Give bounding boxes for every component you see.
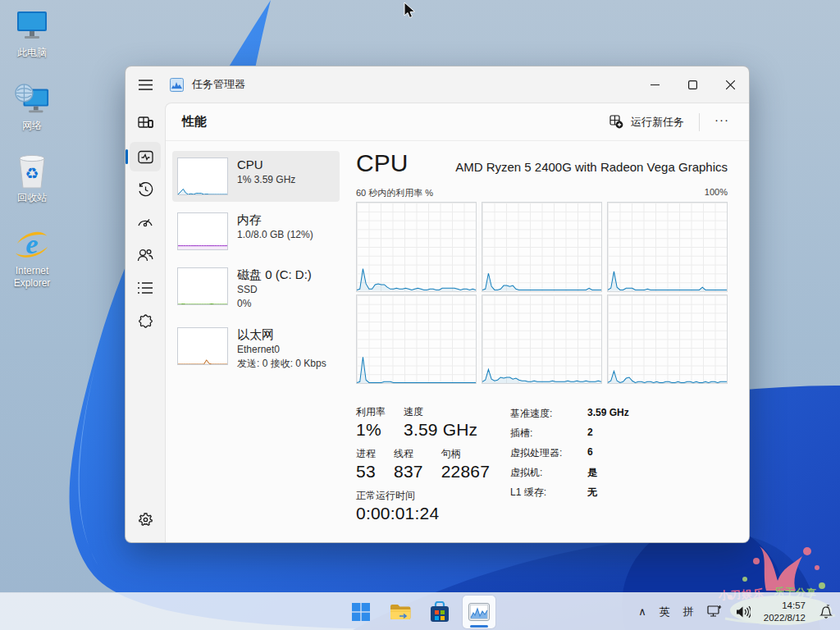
cpu-core-graph-5[interactable] <box>482 294 602 385</box>
more-options-button[interactable]: ··· <box>706 111 737 133</box>
taskbar-task-manager-button[interactable] <box>463 596 495 628</box>
perf-item-sub: Ethernet0 <box>237 343 326 357</box>
sidebar-item-users[interactable] <box>130 240 161 270</box>
this-pc-icon <box>14 8 50 44</box>
chart-label-right: 100% <box>705 187 728 199</box>
svg-text:♻: ♻ <box>25 165 39 182</box>
perf-item-sub: 1.0/8.0 GB (12%) <box>237 228 313 242</box>
cpu-core-graph-2[interactable] <box>482 202 602 292</box>
app-history-icon <box>138 182 153 198</box>
ellipsis-icon: ··· <box>714 112 729 126</box>
desktop-icon-recycle-bin[interactable]: ♻ 回收站 <box>5 153 59 205</box>
perf-item-ethernet[interactable]: 以太网 Ethernet0 发送: 0 接收: 0 Kbps <box>172 321 340 377</box>
run-new-task-label: 运行新任务 <box>631 115 684 130</box>
recycle-bin-icon: ♻ <box>14 153 50 189</box>
desktop-icon-list: 此电脑 网络 ♻ <box>5 8 59 290</box>
settings-gear-icon <box>138 512 153 527</box>
perf-item-name: CPU <box>237 158 295 173</box>
start-button[interactable] <box>345 596 377 628</box>
microsoft-store-button[interactable] <box>423 596 456 628</box>
desktop-icon-label: 回收站 <box>17 192 47 205</box>
performance-list: CPU 1% 3.59 GHz 内存 1.0/8.0 GB (12%) <box>166 141 341 542</box>
perf-item-memory[interactable]: 内存 1.0/8.0 GB (12%) <box>172 206 340 257</box>
focus-assist-bell-icon <box>819 605 833 619</box>
app-title-group: 任务管理器 <box>165 77 245 92</box>
info-label: 虚拟机: <box>510 466 587 480</box>
info-label: L1 缓存: <box>510 486 587 500</box>
cpu-core-graph-6[interactable] <box>607 294 728 385</box>
network-icon <box>14 81 50 117</box>
chart-label-left: 60 秒内的利用率 % <box>356 187 433 199</box>
tray-volume-button[interactable] <box>736 605 751 619</box>
navigation-menu-button[interactable] <box>126 66 165 103</box>
desktop-icon-label: 网络 <box>22 120 42 133</box>
stat-threads-value: 837 <box>394 462 423 482</box>
cpu-core-graph-3[interactable] <box>607 202 728 292</box>
sidebar-item-services[interactable] <box>130 306 161 336</box>
sidebar-item-details[interactable] <box>130 273 161 303</box>
info-value: 2 <box>587 427 629 441</box>
cpu-core-graph-4[interactable] <box>356 294 477 385</box>
cpu-subtitle: AMD Ryzen 5 2400G with Radeon Vega Graph… <box>455 160 728 174</box>
task-manager-app-icon <box>170 78 184 92</box>
desktop: 此电脑 网络 ♻ <box>0 0 840 630</box>
ethernet-network-icon <box>707 605 723 619</box>
stat-uptime-value: 0:00:01:24 <box>356 504 439 523</box>
perf-item-sub2: 发送: 0 接收: 0 Kbps <box>237 357 326 371</box>
internet-explorer-icon: e <box>14 226 50 262</box>
processes-icon <box>138 116 153 132</box>
chevron-up-icon: ∧ <box>638 605 646 618</box>
performance-icon <box>138 149 153 165</box>
file-explorer-button[interactable] <box>384 596 417 628</box>
page-title: 性能 <box>182 114 207 130</box>
services-icon <box>138 313 153 329</box>
desktop-icon-label: Internet Explorer <box>5 265 59 290</box>
sidebar-item-performance[interactable] <box>130 142 161 171</box>
perf-item-disk[interactable]: 磁盘 0 (C: D:) SSD 0% <box>172 261 340 317</box>
close-button[interactable] <box>711 66 749 103</box>
perf-item-cpu[interactable]: CPU 1% 3.59 GHz <box>172 151 340 202</box>
tray-notifications-button[interactable] <box>819 605 833 619</box>
sidebar-item-app-history[interactable] <box>130 175 161 204</box>
info-value: 3.59 GHz <box>587 407 629 421</box>
cpu-mini-graph <box>177 158 228 195</box>
users-icon <box>137 248 153 262</box>
active-app-indicator <box>470 625 488 628</box>
new-task-icon <box>609 115 623 129</box>
sidebar-item-settings[interactable] <box>130 504 161 534</box>
tray-time: 14:57 <box>764 600 806 612</box>
minimize-button[interactable] <box>636 66 673 103</box>
stat-handles-value: 22867 <box>441 462 490 482</box>
desktop-icon-this-pc[interactable]: 此电脑 <box>5 8 59 60</box>
window-title: 任务管理器 <box>192 77 245 92</box>
file-explorer-icon <box>390 603 411 621</box>
tray-lang-pinyin[interactable]: 拼 <box>683 605 694 619</box>
tray-date: 2022/8/12 <box>764 612 806 624</box>
sidebar-item-processes[interactable] <box>130 109 161 139</box>
maximize-button[interactable] <box>673 66 711 103</box>
perf-item-sub: 1% 3.59 GHz <box>237 173 295 187</box>
stat-speed-label: 速度 <box>404 405 477 419</box>
perf-item-sub2: 0% <box>237 297 312 311</box>
run-new-task-button[interactable]: 运行新任务 <box>601 110 692 135</box>
stat-util-value: 1% <box>356 420 386 440</box>
desktop-icon-network[interactable]: 网络 <box>5 81 59 133</box>
tray-lang-english[interactable]: 英 <box>660 605 670 619</box>
tray-chevron-button[interactable]: ∧ <box>638 605 646 618</box>
perf-item-sub: SSD <box>237 283 312 297</box>
content-panel: 性能 运行新任务 ··· <box>165 103 749 542</box>
taskbar: ∧ 英 拼 14:57 <box>0 592 840 630</box>
desktop-icon-label: 此电脑 <box>17 47 47 60</box>
stat-handles-label: 句柄 <box>441 447 490 461</box>
microsoft-store-icon <box>430 601 450 623</box>
tray-network-button[interactable] <box>707 605 723 619</box>
sidebar-item-startup-apps[interactable] <box>130 208 161 237</box>
tray-clock[interactable]: 14:57 2022/8/12 <box>764 600 806 624</box>
stat-processes-label: 进程 <box>356 447 376 461</box>
desktop-icon-internet-explorer[interactable]: e Internet Explorer <box>5 226 59 290</box>
stat-processes-value: 53 <box>356 462 376 482</box>
cpu-info-grid: 基准速度:3.59 GHz 插槽:2 虚拟处理器:6 虚拟机:是 L1 缓存:无 <box>510 405 629 531</box>
cpu-stats-left: 利用率 1% 速度 3.59 GHz <box>356 405 510 531</box>
cpu-core-graph-1[interactable] <box>356 202 477 292</box>
close-icon <box>726 80 735 89</box>
